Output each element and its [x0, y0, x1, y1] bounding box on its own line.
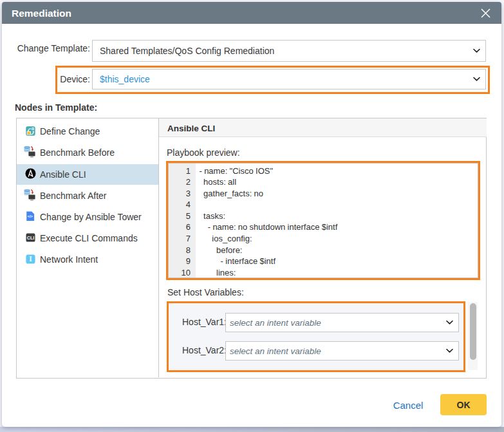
svg-text:I: I	[29, 255, 32, 263]
svg-text:</>: </>	[27, 214, 33, 218]
svg-text:CLI: CLI	[27, 236, 34, 240]
